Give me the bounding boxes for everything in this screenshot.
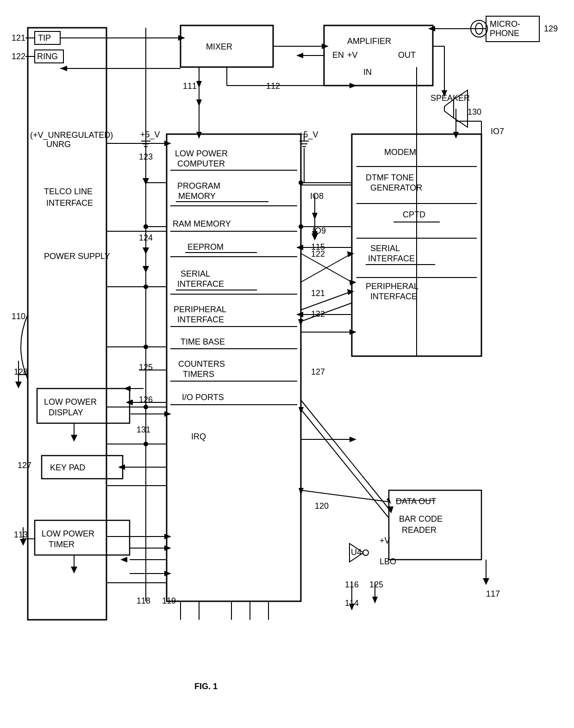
svg-text:+5_V: +5_V bbox=[140, 130, 160, 140]
svg-text:PROGRAM: PROGRAM bbox=[177, 181, 220, 191]
svg-text:CPTD: CPTD bbox=[403, 210, 425, 219]
svg-text:129: 129 bbox=[544, 24, 558, 33]
svg-text:COMPUTER: COMPUTER bbox=[177, 159, 225, 168]
svg-text:GENERATOR: GENERATOR bbox=[370, 183, 422, 192]
svg-text:+V: +V bbox=[380, 536, 390, 545]
diagram-container: TELCO LINE INTERFACE POWER SUPPLY TIP 12… bbox=[0, 0, 574, 728]
svg-text:UNRG: UNRG bbox=[46, 140, 71, 149]
svg-text:121: 121 bbox=[12, 33, 25, 43]
svg-text:INTERFACE: INTERFACE bbox=[177, 315, 224, 324]
svg-text:BAR CODE: BAR CODE bbox=[399, 514, 443, 524]
svg-point-208 bbox=[363, 550, 368, 555]
svg-text:LBO: LBO bbox=[380, 557, 396, 566]
svg-text:MODEM: MODEM bbox=[384, 148, 416, 157]
svg-text:117: 117 bbox=[486, 589, 500, 598]
svg-text:SPEAKER: SPEAKER bbox=[430, 93, 470, 103]
svg-text:127: 127 bbox=[311, 367, 325, 376]
svg-text:TIME BASE: TIME BASE bbox=[181, 337, 225, 346]
svg-text:INTERFACE: INTERFACE bbox=[368, 254, 415, 263]
svg-text:122: 122 bbox=[311, 249, 325, 259]
svg-text:KEY PAD: KEY PAD bbox=[50, 463, 85, 472]
svg-text:SERIAL: SERIAL bbox=[370, 244, 400, 253]
svg-text:RAM MEMORY: RAM MEMORY bbox=[173, 219, 231, 228]
svg-text:DISPLAY: DISPLAY bbox=[49, 408, 83, 417]
svg-text:125: 125 bbox=[369, 580, 383, 589]
svg-text:PERIPHERAL: PERIPHERAL bbox=[174, 305, 226, 314]
svg-text:TIMERS: TIMERS bbox=[183, 370, 214, 379]
svg-text:IRQ: IRQ bbox=[191, 432, 206, 441]
svg-text:130: 130 bbox=[468, 107, 481, 117]
svg-text:INTERFACE: INTERFACE bbox=[177, 279, 224, 289]
svg-text:EN: EN bbox=[332, 50, 344, 60]
svg-text:+5_V: +5_V bbox=[299, 130, 318, 140]
svg-text:111: 111 bbox=[183, 81, 197, 91]
svg-text:I/O PORTS: I/O PORTS bbox=[182, 393, 224, 402]
svg-text:FIG. 1: FIG. 1 bbox=[194, 682, 218, 691]
svg-rect-0 bbox=[0, 0, 574, 728]
svg-text:TIP: TIP bbox=[38, 33, 51, 43]
svg-text:DTMF TONE: DTMF TONE bbox=[366, 173, 414, 182]
svg-text:OUT: OUT bbox=[398, 50, 416, 60]
svg-text:INTERFACE: INTERFACE bbox=[370, 292, 417, 301]
svg-text:TIMER: TIMER bbox=[49, 540, 75, 549]
svg-text:COUNTERS: COUNTERS bbox=[178, 359, 225, 369]
svg-text:DATA OUT: DATA OUT bbox=[396, 497, 436, 506]
svg-text:127: 127 bbox=[18, 461, 31, 470]
svg-text:U4: U4 bbox=[351, 548, 362, 557]
svg-text:RING: RING bbox=[37, 52, 58, 61]
svg-text:MIXER: MIXER bbox=[206, 42, 232, 51]
svg-text:TELCO LINE: TELCO LINE bbox=[44, 187, 93, 196]
svg-text:LOW POWER: LOW POWER bbox=[44, 397, 97, 407]
svg-text:(+V_UNREGULATED): (+V_UNREGULATED) bbox=[30, 130, 113, 140]
svg-text:LOW POWER: LOW POWER bbox=[42, 529, 94, 538]
svg-text:LOW POWER: LOW POWER bbox=[175, 149, 228, 158]
svg-text:PERIPHERAL: PERIPHERAL bbox=[366, 282, 418, 291]
svg-text:+V: +V bbox=[347, 50, 358, 60]
svg-text:122: 122 bbox=[12, 52, 25, 61]
svg-text:POWER SUPPLY: POWER SUPPLY bbox=[44, 252, 110, 261]
svg-text:IO8: IO8 bbox=[310, 191, 324, 201]
svg-text:119: 119 bbox=[162, 596, 176, 605]
svg-text:SERIAL: SERIAL bbox=[181, 269, 210, 278]
svg-text:MICRO-: MICRO- bbox=[490, 19, 520, 29]
svg-text:PHONE: PHONE bbox=[490, 29, 519, 38]
svg-text:121: 121 bbox=[311, 289, 325, 298]
svg-text:READER: READER bbox=[402, 525, 437, 535]
svg-text:AMPLIFIER: AMPLIFIER bbox=[347, 37, 391, 46]
svg-text:113: 113 bbox=[14, 530, 28, 539]
svg-text:IO7: IO7 bbox=[491, 127, 504, 136]
svg-text:110: 110 bbox=[12, 312, 25, 321]
svg-text:INTERFACE: INTERFACE bbox=[46, 198, 93, 208]
svg-text:118: 118 bbox=[137, 596, 150, 605]
svg-text:MEMORY: MEMORY bbox=[178, 191, 216, 201]
svg-text:131: 131 bbox=[137, 425, 150, 434]
svg-text:IN: IN bbox=[363, 68, 372, 77]
svg-text:EEPROM: EEPROM bbox=[187, 242, 224, 252]
svg-text:120: 120 bbox=[315, 501, 329, 511]
